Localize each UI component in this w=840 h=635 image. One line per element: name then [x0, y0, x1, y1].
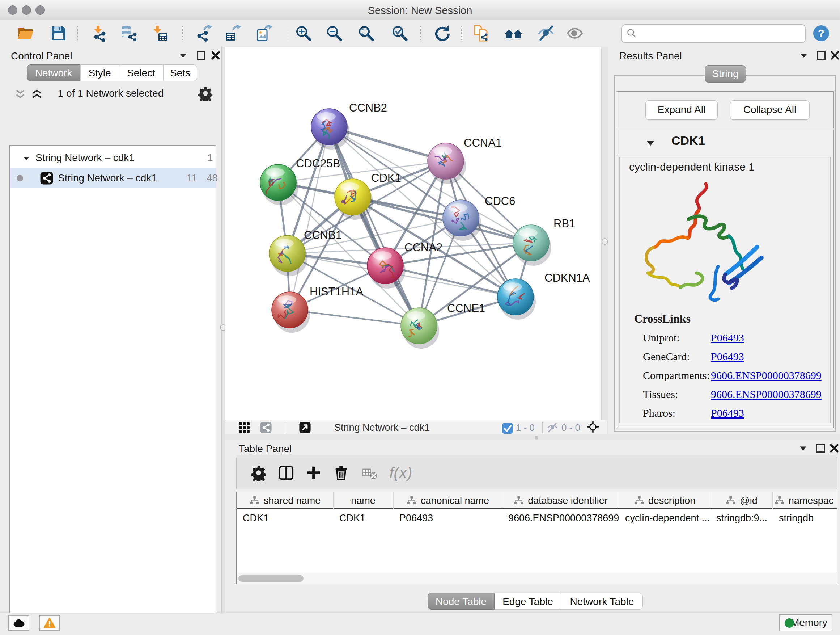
tab-select[interactable]: Select	[119, 65, 163, 81]
crosslink-link[interactable]: P06493	[711, 350, 744, 363]
export-network-icon[interactable]	[195, 25, 213, 42]
horizontal-splitter[interactable]	[225, 434, 840, 440]
help-button[interactable]: ?	[813, 25, 830, 42]
hide-selected-icon[interactable]	[537, 25, 554, 42]
column-header-description[interactable]: description	[619, 492, 711, 509]
tab-network[interactable]: Network	[27, 65, 80, 81]
node-CDC25B[interactable]: CDC25B	[260, 157, 340, 205]
selected-node-edge-counts: 1 - 0	[516, 420, 535, 435]
close-icon[interactable]	[828, 442, 840, 455]
panel-menu-icon[interactable]	[797, 49, 810, 62]
current-network-dot	[17, 175, 23, 181]
import-network-icon[interactable]	[90, 25, 108, 42]
panel-menu-icon[interactable]	[797, 442, 810, 455]
export-table-icon[interactable]	[224, 25, 242, 42]
tab-sets[interactable]: Sets	[163, 65, 197, 81]
import-table-icon[interactable]	[151, 25, 169, 42]
delete-column-icon[interactable]	[333, 464, 349, 481]
tab-style[interactable]: Style	[80, 65, 119, 81]
crosslink-link[interactable]: 9606.ENSP00000378699	[711, 369, 821, 382]
node-HIST1H1A[interactable]: HIST1H1A	[272, 285, 363, 333]
crosslink-link[interactable]: P06493	[711, 407, 744, 419]
right-splitter-handle[interactable]	[602, 238, 608, 245]
network-canvas[interactable]: CCNB2CCNA1CDC25BCDK1CDC6RB1CCNB1CCNA2CDK…	[225, 47, 601, 420]
open-in-new-window-icon[interactable]	[299, 421, 311, 434]
node-CCNB2[interactable]: CCNB2	[311, 101, 387, 149]
tab-node-table[interactable]: Node Table	[428, 593, 494, 610]
search-input[interactable]	[640, 27, 801, 40]
horizontal-splitter-handle[interactable]	[535, 436, 538, 440]
column-header-name[interactable]: name	[333, 492, 393, 509]
first-neighbors-icon[interactable]	[505, 25, 522, 42]
warning-button[interactable]	[39, 615, 60, 631]
gear-icon[interactable]	[250, 464, 267, 481]
scrollbar-thumb[interactable]	[238, 575, 303, 582]
zoom-out-icon[interactable]	[325, 25, 343, 42]
table-cell[interactable]: cyclin-dependent ...	[619, 510, 711, 526]
node-RB1[interactable]: RB1	[513, 217, 575, 266]
crosslink-link[interactable]: 9606.ENSP00000378699	[711, 388, 821, 401]
node-CCNB1[interactable]: CCNB1	[269, 229, 342, 276]
column-header-canonical-name[interactable]: canonical name	[393, 492, 502, 509]
open-folder-icon[interactable]	[17, 25, 34, 42]
network-collection-row[interactable]: String Network – cdk1 1	[10, 148, 216, 168]
tab-edge-table[interactable]: Edge Table	[494, 593, 561, 610]
table-cell[interactable]: CDK1	[237, 510, 333, 526]
table-cell[interactable]: 9606.ENSP00000378699	[502, 510, 619, 526]
node-label-CCNA1: CCNA1	[464, 136, 502, 149]
column-header-namespac[interactable]: namespac	[773, 492, 835, 509]
table-cell[interactable]: stringdb:9...	[711, 510, 773, 526]
crosslink-label: Pharos:	[643, 407, 676, 419]
memory-button[interactable]: Memory	[779, 614, 832, 631]
panel-menu-icon[interactable]	[177, 49, 189, 62]
collapse-triangle-icon[interactable]	[21, 148, 32, 168]
zoom-fit-icon[interactable]	[357, 25, 375, 42]
network-label: String Network – cdk1	[58, 168, 157, 188]
float-window-icon[interactable]	[815, 49, 828, 62]
float-window-icon[interactable]	[814, 442, 827, 455]
show-all-icon[interactable]	[566, 25, 584, 42]
save-session-icon[interactable]	[50, 25, 67, 42]
close-icon[interactable]	[209, 49, 222, 62]
refresh-icon[interactable]	[433, 25, 451, 42]
zoom-in-icon[interactable]	[295, 25, 312, 42]
right-splitter[interactable]	[601, 47, 608, 434]
node-CDK1[interactable]: CDK1	[335, 172, 401, 220]
collapse-all-button[interactable]: Collapse All	[730, 100, 810, 120]
search-box[interactable]	[622, 24, 806, 43]
network-row-selected[interactable]: String Network – cdk1 11 48	[10, 168, 216, 188]
table-cell[interactable]: CDK1	[333, 510, 393, 526]
grid-view-icon[interactable]	[238, 421, 250, 434]
column-header-shared-name[interactable]: shared name	[237, 492, 333, 509]
tab-string[interactable]: String	[705, 65, 746, 82]
birds-eye-view-icon[interactable]	[587, 421, 600, 434]
export-image-icon[interactable]	[256, 25, 273, 42]
node-label-CCNA2: CCNA2	[404, 241, 442, 254]
float-window-icon[interactable]	[195, 49, 208, 62]
network-view-toolbar: String Network – cdk1 1 - 0 0 - 0	[225, 420, 607, 435]
crosslink-link[interactable]: P06493	[711, 332, 744, 344]
zoom-selected-icon[interactable]	[391, 25, 409, 42]
node-CCNA1[interactable]: CCNA1	[428, 136, 502, 184]
column-header--id[interactable]: @id	[711, 492, 773, 509]
column-header-database-identifier[interactable]: database identifier	[502, 492, 619, 509]
show-columns-icon[interactable]	[278, 464, 294, 481]
collapse-section-icon[interactable]	[644, 136, 657, 149]
crosslink-row: Tissues:9606.ENSP00000378699	[643, 385, 824, 404]
node-CDKN1A[interactable]: CDKN1A	[497, 272, 590, 320]
table-cell[interactable]: P06493	[393, 510, 502, 526]
delete-table-icon[interactable]	[361, 464, 378, 481]
close-icon[interactable]	[829, 49, 840, 62]
add-column-icon[interactable]	[305, 464, 322, 481]
tab-network-table[interactable]: Network Table	[561, 593, 643, 610]
import-network-database-icon[interactable]	[119, 25, 137, 42]
table-cell[interactable]: stringdb	[773, 510, 835, 526]
hidden-eye-icon[interactable]	[546, 421, 559, 434]
expand-all-button[interactable]: Expand All	[645, 100, 718, 120]
cloud-button[interactable]	[8, 615, 29, 631]
selected-checkbox-icon[interactable]	[501, 422, 512, 433]
horizontal-scrollbar[interactable]	[237, 573, 837, 584]
gear-icon[interactable]	[197, 86, 213, 101]
clone-network-icon[interactable]	[473, 25, 490, 42]
network-share-icon[interactable]	[260, 421, 272, 434]
